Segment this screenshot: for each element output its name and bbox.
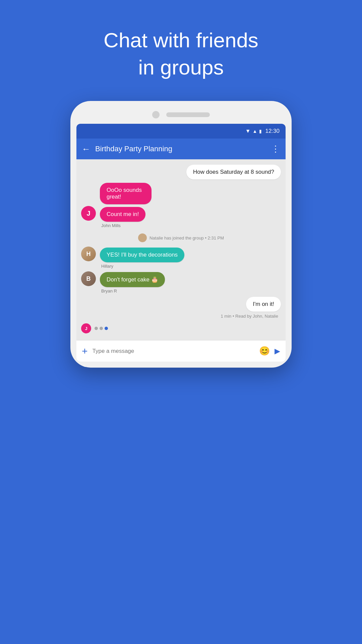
message-sent-1: How does Saturday at 8 sound? (81, 165, 281, 179)
avatar-bryan: B (81, 271, 96, 286)
more-options-button[interactable]: ⋮ (271, 144, 280, 154)
bubble-bryan: Don't forget cake 🎂 (100, 272, 165, 287)
bubble-sent-1: How does Saturday at 8 sound? (186, 165, 281, 179)
input-bar: + 😊 ▶ (76, 340, 286, 362)
typing-dots (95, 327, 108, 330)
bubble-hillary: YES! I'll buy the decorations (100, 248, 184, 262)
dot-2 (100, 327, 103, 330)
dot-1 (95, 327, 98, 330)
status-time: 12:30 (265, 128, 280, 135)
avatar-hillary: H (81, 247, 96, 261)
message-received-john: J OoOo sounds great! Count me in! John M… (81, 183, 281, 228)
system-message: Natalie has joined the group • 2:31 PM (81, 231, 281, 244)
page-title: Chat with friends in groups (104, 0, 258, 81)
phone-top-bar (76, 111, 286, 124)
back-button[interactable]: ← (82, 144, 90, 154)
bubble-sent-last: I'm on it! (246, 297, 281, 312)
emoji-button[interactable]: 😊 (259, 346, 270, 356)
phone-camera (152, 111, 160, 118)
phone-speaker (166, 112, 210, 117)
phone-mockup: ▼ ▲ ▮ 12:30 ← Birthday Party Planning ⋮ … (70, 101, 292, 368)
bubble-john-1: OoOo sounds great! (100, 183, 152, 204)
typing-indicator: J (81, 322, 281, 335)
system-text: Natalie has joined the group • 2:31 PM (149, 235, 224, 240)
system-avatar (138, 233, 147, 242)
message-input[interactable] (93, 348, 254, 355)
phone-screen: ▼ ▲ ▮ 12:30 ← Birthday Party Planning ⋮ … (76, 124, 286, 362)
read-receipt: 1 min • Read by John, Natalie (81, 314, 281, 319)
status-bar: ▼ ▲ ▮ 12:30 (76, 124, 286, 139)
avatar-john: J (81, 206, 96, 221)
wifi-icon: ▼ (245, 128, 251, 134)
sender-name-bryan: Bryan R (100, 288, 117, 293)
sender-name-hillary: Hillary (100, 264, 113, 269)
message-sent-last: I'm on it! (81, 297, 281, 312)
signal-icon: ▲ (253, 128, 257, 134)
conversation-title: Birthday Party Planning (95, 145, 266, 153)
battery-icon: ▮ (259, 128, 262, 134)
bubble-john-2: Count me in! (100, 207, 145, 222)
chat-area: How does Saturday at 8 sound? J OoOo sou… (76, 159, 286, 340)
send-button[interactable]: ▶ (275, 347, 280, 356)
add-button[interactable]: + (82, 345, 88, 357)
message-received-bryan: B Don't forget cake 🎂 Bryan R (81, 272, 281, 293)
message-received-hillary: H YES! I'll buy the decorations Hillary (81, 248, 281, 269)
dot-3 (105, 327, 108, 330)
sender-name-john: John Mills (100, 223, 121, 228)
app-bar: ← Birthday Party Planning ⋮ (76, 139, 286, 159)
typing-avatar: J (81, 323, 91, 333)
